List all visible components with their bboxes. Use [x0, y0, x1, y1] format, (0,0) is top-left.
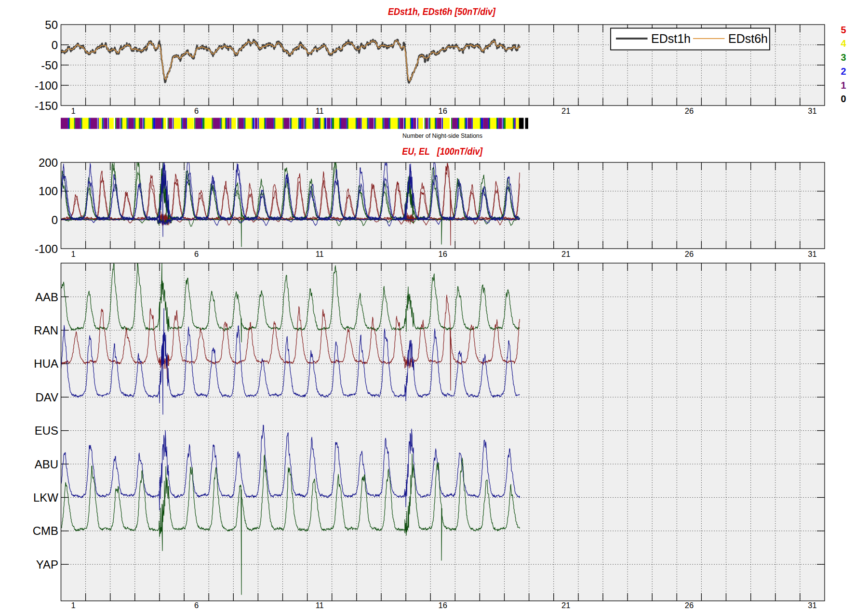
svg-text:-50: -50: [41, 59, 58, 72]
svg-text:6: 6: [194, 250, 199, 258]
svg-text:ABU: ABU: [35, 458, 58, 471]
svg-text:0: 0: [52, 39, 58, 52]
svg-text:DAV: DAV: [35, 391, 58, 404]
svg-text:EU, EL [100nT/div]: EU, EL [100nT/div]: [402, 146, 483, 157]
svg-text:HUA: HUA: [34, 357, 58, 370]
svg-text:2: 2: [841, 66, 846, 77]
svg-text:1: 1: [71, 106, 76, 115]
svg-text:26: 26: [685, 601, 694, 610]
svg-text:RAN: RAN: [34, 324, 58, 337]
svg-text:-100: -100: [35, 79, 58, 92]
svg-text:-100: -100: [35, 242, 58, 255]
svg-text:1: 1: [841, 80, 846, 91]
svg-text:CMB: CMB: [33, 524, 58, 537]
svg-text:11: 11: [316, 601, 324, 610]
svg-text:EUS: EUS: [35, 424, 58, 437]
svg-text:1: 1: [71, 601, 76, 610]
svg-text:EDst1h: EDst1h: [651, 32, 691, 45]
svg-text:31: 31: [808, 601, 816, 610]
svg-text:26: 26: [685, 106, 694, 115]
svg-text:21: 21: [561, 601, 570, 610]
svg-text:26: 26: [685, 250, 694, 258]
svg-text:AAB: AAB: [35, 291, 58, 304]
svg-text:11: 11: [316, 250, 324, 258]
svg-text:16: 16: [439, 106, 447, 115]
svg-text:YAP: YAP: [36, 558, 58, 571]
svg-text:Number of Night-side Stations: Number of Night-side Stations: [402, 132, 482, 139]
svg-text:-150: -150: [35, 99, 58, 112]
svg-text:1: 1: [71, 250, 76, 258]
svg-text:0: 0: [52, 213, 58, 226]
svg-text:200: 200: [39, 156, 58, 169]
svg-text:LKW: LKW: [33, 491, 58, 504]
svg-text:16: 16: [439, 250, 447, 258]
svg-text:4: 4: [841, 38, 846, 49]
svg-text:21: 21: [561, 106, 570, 115]
svg-text:100: 100: [39, 185, 58, 198]
svg-text:31: 31: [808, 250, 816, 258]
svg-text:0: 0: [841, 93, 846, 104]
svg-text:21: 21: [561, 250, 570, 258]
svg-text:11: 11: [316, 106, 324, 115]
svg-text:31: 31: [808, 106, 816, 115]
svg-text:3: 3: [841, 52, 846, 63]
svg-text:5: 5: [841, 25, 846, 35]
svg-text:6: 6: [194, 106, 199, 115]
svg-text:16: 16: [439, 601, 447, 610]
svg-text:50: 50: [45, 18, 58, 31]
svg-text:EDst6h: EDst6h: [728, 32, 768, 45]
svg-text:6: 6: [194, 601, 199, 610]
svg-text:EDst1h, EDst6h [50nT/div]: EDst1h, EDst6h [50nT/div]: [388, 6, 496, 17]
